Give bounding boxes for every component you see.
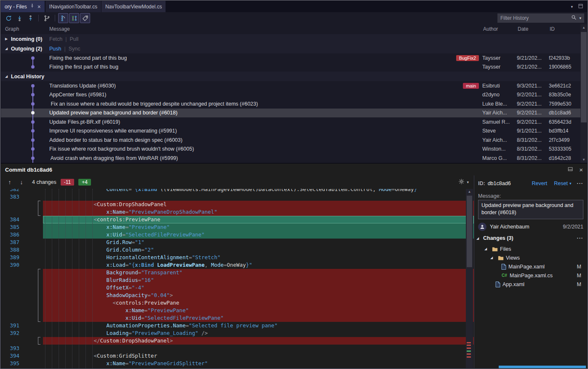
commit-row[interactable]: AppCenter fixes (#5981)d2dyno9/2/2021...…: [1, 90, 580, 100]
diff-line: 392 Loading="PreviewPane_Loading" />: [1, 329, 474, 337]
more-options-button[interactable]: ···: [577, 235, 584, 241]
revert-link[interactable]: Revert: [532, 181, 547, 186]
history-group-row[interactable]: ▶Incoming (0)Fetch|Pull: [1, 34, 580, 44]
column-header-author[interactable]: Author: [482, 26, 517, 32]
outgoing-commits-icon[interactable]: [25, 13, 35, 23]
commit-message: Update Files.pt-BR.xlf (#6019): [49, 119, 482, 125]
deletion-mark: [467, 348, 471, 349]
tab-inavigationtoolbar[interactable]: INavigationToolbar.cs: [45, 1, 101, 12]
column-header-id[interactable]: ID: [549, 26, 580, 32]
scroll-up-icon[interactable]: ▲: [466, 190, 473, 194]
close-tab-icon[interactable]: ×: [37, 4, 41, 10]
code-scrollbar[interactable]: ▲: [466, 189, 473, 368]
refresh-icon[interactable]: [3, 13, 13, 23]
file-name: App.xaml: [502, 281, 524, 287]
message-cell: Improve UI responsiveness while enumerat…: [45, 128, 482, 134]
column-header-graph[interactable]: Graph: [1, 26, 45, 32]
window-options-icon[interactable]: [578, 3, 583, 10]
commit-row[interactable]: Avoid crash when dragging files from Win…: [1, 154, 580, 163]
scrollbar-thumb[interactable]: [467, 196, 472, 267]
scroll-down-icon[interactable]: ▼: [580, 158, 587, 162]
commit-row[interactable]: Translations Update (#6030)mainEsibruti9…: [1, 81, 580, 90]
chevron-down-icon[interactable]: ▾: [579, 16, 581, 20]
column-header-date[interactable]: Date: [517, 26, 549, 32]
commit-message-box[interactable]: Updated preview pane background and bord…: [478, 200, 583, 219]
commit-date: 8/31/202...: [517, 137, 549, 143]
settings-gear-icon[interactable]: [458, 178, 465, 186]
branches-icon[interactable]: [42, 13, 52, 23]
commit-date: 8/31/202...: [517, 146, 549, 152]
tree-item-mainpage-xaml-cs[interactable]: C#MainPage.xaml.csM: [474, 271, 587, 280]
pin-icon[interactable]: [30, 3, 35, 10]
incoming-commits-icon[interactable]: [14, 13, 24, 23]
commit-row[interactable]: Fix issue where root background brush wo…: [1, 145, 580, 154]
tree-item-app-xaml[interactable]: App.xamlM: [474, 280, 587, 289]
changes-header-row[interactable]: ◢ Changes (3) ···: [476, 235, 583, 241]
commit-row[interactable]: Added border to status bar to match desi…: [1, 135, 580, 145]
previous-change-button[interactable]: ↑: [6, 179, 13, 186]
show-commit-columns-icon[interactable]: [69, 13, 79, 23]
expanded-triangle-icon[interactable]: ◢: [490, 256, 496, 260]
diff-line: 394 <Custom:GridSplitter: [1, 352, 474, 360]
tab-navtoolbarviewmodel[interactable]: NavToolbarViewModel.cs: [102, 1, 166, 12]
commit-dot: [31, 138, 35, 142]
history-scrollbar[interactable]: ▲ ▼: [580, 24, 587, 163]
pull-link: Pull: [70, 36, 79, 42]
graph-cell: [1, 99, 45, 109]
column-header-message[interactable]: Message: [45, 26, 482, 32]
commit-row[interactable]: Fixing the first part of this bugTaysser…: [1, 63, 580, 72]
chevron-down-icon[interactable]: ▾: [571, 5, 573, 9]
commit-message: Fixing the first part of this bug: [49, 64, 482, 70]
commit-row[interactable]: Updated preview pane background and bord…: [1, 109, 580, 118]
close-pane-icon[interactable]: ×: [579, 166, 583, 173]
commit-author: Samuel R...: [482, 119, 517, 125]
commit-dot: [31, 147, 35, 151]
diff-code-view[interactable]: 382 Content="{x:Bind ((viewmodels:MainPa…: [1, 189, 474, 368]
tab-history-files[interactable]: ory - Files ×: [1, 1, 45, 12]
horizontal-scrollbar-thumb[interactable]: [499, 366, 586, 368]
commit-row[interactable]: Fix an issue where a rebuild would be tr…: [1, 99, 580, 109]
next-change-button[interactable]: ↓: [18, 179, 25, 186]
expanded-triangle-icon[interactable]: ◢: [5, 74, 11, 78]
more-options-button[interactable]: ···: [577, 181, 584, 186]
chevron-down-icon[interactable]: ▾: [467, 180, 469, 184]
line-number: 394: [1, 352, 25, 360]
commit-id: 19006865: [549, 64, 580, 70]
diff-line: 385 x:Name="PreviewPane": [1, 223, 474, 231]
tree-item-mainpage-xaml[interactable]: MainPage.xamlM: [474, 262, 587, 271]
expanded-triangle-icon[interactable]: ◢: [484, 247, 490, 251]
commit-row[interactable]: Improve UI responsiveness while enumerat…: [1, 127, 580, 136]
branch-badge: main: [463, 83, 479, 89]
commit-message: Improve UI responsiveness while enumerat…: [49, 128, 482, 134]
graph-cell: [1, 127, 45, 136]
commit-dot: [31, 157, 35, 160]
commit-row[interactable]: Fixing the second part of this bugBugFix…: [1, 53, 580, 63]
show-graph-column-icon[interactable]: [58, 13, 68, 23]
group-actions: Fetch|Pull: [49, 36, 78, 42]
line-number: 387: [1, 239, 25, 246]
group-actions: Push|Sync: [49, 46, 80, 52]
reset-link[interactable]: Reset: [554, 181, 568, 186]
show-tags-icon[interactable]: [80, 13, 90, 23]
chevron-down-icon[interactable]: ▾: [569, 181, 572, 186]
commit-id: 83b35c0e: [549, 92, 580, 98]
search-icon[interactable]: [571, 15, 577, 21]
csharp-file-icon: C#: [501, 273, 508, 278]
tree-item-files[interactable]: ◢Files: [474, 244, 587, 253]
filter-history-input[interactable]: [500, 15, 569, 21]
expanded-triangle-icon[interactable]: ◢: [476, 236, 482, 240]
push-link[interactable]: Push: [49, 46, 61, 52]
tree-item-views[interactable]: ◢Views: [474, 253, 587, 262]
history-group-row[interactable]: ◢Local History: [1, 72, 580, 81]
dock-pane-icon[interactable]: [567, 166, 573, 173]
commit-id: bd3ffb14: [549, 128, 580, 134]
deletions-badge: -11: [61, 179, 74, 186]
scroll-up-icon[interactable]: ▲: [580, 26, 587, 29]
expanded-triangle-icon[interactable]: ◢: [5, 47, 11, 50]
deletion-mark: [467, 353, 471, 355]
collapsed-triangle-icon[interactable]: ▶: [5, 37, 11, 41]
commit-row[interactable]: Update Files.pt-BR.xlf (#6019)Samuel R..…: [1, 117, 580, 127]
commit-id: 3e6621c2: [549, 83, 580, 89]
scrollbar-thumb[interactable]: [581, 32, 587, 122]
history-group-row[interactable]: ◢Outgoing (2)Push|Sync: [1, 44, 580, 53]
